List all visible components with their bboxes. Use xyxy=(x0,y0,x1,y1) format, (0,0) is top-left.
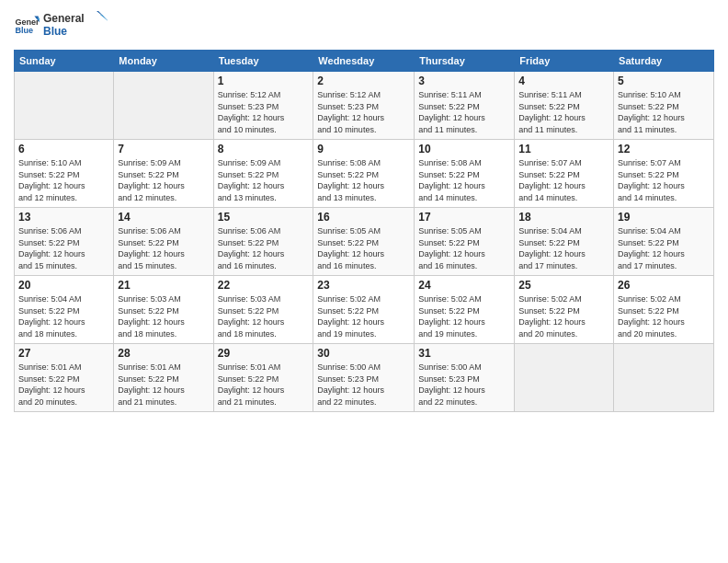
calendar-cell: 4Sunrise: 5:11 AM Sunset: 5:22 PM Daylig… xyxy=(515,72,614,140)
day-number: 12 xyxy=(618,143,710,155)
day-number: 30 xyxy=(317,347,410,360)
calendar-cell: 19Sunrise: 5:04 AM Sunset: 5:22 PM Dayli… xyxy=(614,208,714,276)
cell-info: Sunrise: 5:09 AM Sunset: 5:22 PM Dayligh… xyxy=(118,157,209,203)
svg-text:General: General xyxy=(43,12,85,25)
day-number: 7 xyxy=(118,143,209,155)
day-number: 4 xyxy=(518,75,609,87)
day-number: 10 xyxy=(418,143,510,155)
cell-info: Sunrise: 5:10 AM Sunset: 5:22 PM Dayligh… xyxy=(618,89,710,135)
logo-svg: General Blue xyxy=(43,9,108,42)
cell-info: Sunrise: 5:03 AM Sunset: 5:22 PM Dayligh… xyxy=(118,293,209,339)
cell-info: Sunrise: 5:06 AM Sunset: 5:22 PM Dayligh… xyxy=(18,225,109,271)
day-number: 2 xyxy=(317,75,410,87)
header-day: Sunday xyxy=(15,51,114,72)
logo-icon: General Blue xyxy=(14,13,40,39)
cell-info: Sunrise: 5:11 AM Sunset: 5:22 PM Dayligh… xyxy=(518,89,609,135)
day-number: 17 xyxy=(418,211,510,224)
calendar-cell: 20Sunrise: 5:04 AM Sunset: 5:22 PM Dayli… xyxy=(15,276,114,344)
day-number: 9 xyxy=(317,143,410,155)
calendar-cell: 5Sunrise: 5:10 AM Sunset: 5:22 PM Daylig… xyxy=(614,72,714,140)
cell-info: Sunrise: 5:00 AM Sunset: 5:23 PM Dayligh… xyxy=(418,362,510,408)
calendar-cell xyxy=(15,72,114,140)
calendar-cell: 29Sunrise: 5:01 AM Sunset: 5:22 PM Dayli… xyxy=(213,344,313,412)
cell-info: Sunrise: 5:12 AM Sunset: 5:23 PM Dayligh… xyxy=(317,89,410,135)
header-day: Monday xyxy=(114,51,213,72)
calendar-cell: 8Sunrise: 5:09 AM Sunset: 5:22 PM Daylig… xyxy=(213,140,313,208)
cell-info: Sunrise: 5:07 AM Sunset: 5:22 PM Dayligh… xyxy=(618,157,710,203)
day-number: 5 xyxy=(618,75,710,87)
calendar-cell: 10Sunrise: 5:08 AM Sunset: 5:22 PM Dayli… xyxy=(415,140,515,208)
cell-info: Sunrise: 5:06 AM Sunset: 5:22 PM Dayligh… xyxy=(118,225,209,271)
calendar-cell: 6Sunrise: 5:10 AM Sunset: 5:22 PM Daylig… xyxy=(15,140,114,208)
day-number: 24 xyxy=(418,279,510,292)
cell-info: Sunrise: 5:05 AM Sunset: 5:22 PM Dayligh… xyxy=(418,225,510,271)
day-number: 25 xyxy=(518,279,609,292)
calendar-week: 1Sunrise: 5:12 AM Sunset: 5:23 PM Daylig… xyxy=(15,72,714,140)
day-number: 28 xyxy=(118,347,209,360)
cell-info: Sunrise: 5:04 AM Sunset: 5:22 PM Dayligh… xyxy=(18,293,109,339)
calendar-cell: 26Sunrise: 5:02 AM Sunset: 5:22 PM Dayli… xyxy=(614,276,714,344)
calendar-cell: 22Sunrise: 5:03 AM Sunset: 5:22 PM Dayli… xyxy=(213,276,313,344)
calendar-week: 27Sunrise: 5:01 AM Sunset: 5:22 PM Dayli… xyxy=(15,344,714,412)
calendar-table: SundayMondayTuesdayWednesdayThursdayFrid… xyxy=(14,50,714,412)
day-number: 11 xyxy=(518,143,609,155)
header: General Blue General Blue xyxy=(14,9,714,42)
day-number: 14 xyxy=(118,211,209,224)
day-number: 23 xyxy=(317,279,410,292)
cell-info: Sunrise: 5:10 AM Sunset: 5:22 PM Dayligh… xyxy=(18,157,109,203)
calendar-cell xyxy=(114,72,213,140)
header-day: Friday xyxy=(515,51,614,72)
day-number: 26 xyxy=(618,279,710,292)
day-number: 6 xyxy=(18,143,109,155)
calendar-cell: 11Sunrise: 5:07 AM Sunset: 5:22 PM Dayli… xyxy=(515,140,614,208)
day-number: 27 xyxy=(18,347,109,360)
calendar-cell: 15Sunrise: 5:06 AM Sunset: 5:22 PM Dayli… xyxy=(213,208,313,276)
day-number: 16 xyxy=(317,211,410,224)
calendar-cell: 3Sunrise: 5:11 AM Sunset: 5:22 PM Daylig… xyxy=(415,72,515,140)
header-day: Wednesday xyxy=(313,51,415,72)
calendar-cell xyxy=(515,344,614,412)
calendar-cell: 16Sunrise: 5:05 AM Sunset: 5:22 PM Dayli… xyxy=(313,208,415,276)
cell-info: Sunrise: 5:11 AM Sunset: 5:22 PM Dayligh… xyxy=(418,89,510,135)
cell-info: Sunrise: 5:04 AM Sunset: 5:22 PM Dayligh… xyxy=(618,225,710,271)
cell-info: Sunrise: 5:05 AM Sunset: 5:22 PM Dayligh… xyxy=(317,225,410,271)
calendar-cell: 24Sunrise: 5:02 AM Sunset: 5:22 PM Dayli… xyxy=(415,276,515,344)
cell-info: Sunrise: 5:02 AM Sunset: 5:22 PM Dayligh… xyxy=(618,293,710,339)
cell-info: Sunrise: 5:07 AM Sunset: 5:22 PM Dayligh… xyxy=(518,157,609,203)
calendar-cell: 14Sunrise: 5:06 AM Sunset: 5:22 PM Dayli… xyxy=(114,208,213,276)
day-number: 21 xyxy=(118,279,209,292)
cell-info: Sunrise: 5:01 AM Sunset: 5:22 PM Dayligh… xyxy=(18,362,109,408)
cell-info: Sunrise: 5:06 AM Sunset: 5:22 PM Dayligh… xyxy=(218,225,310,271)
calendar-cell: 27Sunrise: 5:01 AM Sunset: 5:22 PM Dayli… xyxy=(15,344,114,412)
calendar-cell: 12Sunrise: 5:07 AM Sunset: 5:22 PM Dayli… xyxy=(614,140,714,208)
day-number: 29 xyxy=(218,347,310,360)
cell-info: Sunrise: 5:01 AM Sunset: 5:22 PM Dayligh… xyxy=(118,362,209,408)
day-number: 18 xyxy=(518,211,609,224)
cell-info: Sunrise: 5:08 AM Sunset: 5:22 PM Dayligh… xyxy=(317,157,410,203)
svg-text:Blue: Blue xyxy=(15,26,33,35)
calendar-week: 6Sunrise: 5:10 AM Sunset: 5:22 PM Daylig… xyxy=(15,140,714,208)
day-number: 20 xyxy=(18,279,109,292)
calendar-cell: 31Sunrise: 5:00 AM Sunset: 5:23 PM Dayli… xyxy=(415,344,515,412)
cell-info: Sunrise: 5:12 AM Sunset: 5:23 PM Dayligh… xyxy=(218,89,310,135)
day-number: 1 xyxy=(218,75,310,87)
day-number: 8 xyxy=(218,143,310,155)
logo: General Blue General Blue xyxy=(14,9,108,42)
day-number: 3 xyxy=(418,75,510,87)
svg-text:General: General xyxy=(15,17,40,27)
cell-info: Sunrise: 5:02 AM Sunset: 5:22 PM Dayligh… xyxy=(518,293,609,339)
calendar-cell: 28Sunrise: 5:01 AM Sunset: 5:22 PM Dayli… xyxy=(114,344,213,412)
calendar-cell: 2Sunrise: 5:12 AM Sunset: 5:23 PM Daylig… xyxy=(313,72,415,140)
day-number: 19 xyxy=(618,211,710,224)
calendar-week: 20Sunrise: 5:04 AM Sunset: 5:22 PM Dayli… xyxy=(15,276,714,344)
day-number: 22 xyxy=(218,279,310,292)
cell-info: Sunrise: 5:04 AM Sunset: 5:22 PM Dayligh… xyxy=(518,225,609,271)
calendar-cell: 23Sunrise: 5:02 AM Sunset: 5:22 PM Dayli… xyxy=(313,276,415,344)
cell-info: Sunrise: 5:01 AM Sunset: 5:22 PM Dayligh… xyxy=(218,362,310,408)
day-number: 13 xyxy=(18,211,109,224)
cell-info: Sunrise: 5:02 AM Sunset: 5:22 PM Dayligh… xyxy=(418,293,510,339)
calendar-cell: 7Sunrise: 5:09 AM Sunset: 5:22 PM Daylig… xyxy=(114,140,213,208)
calendar-week: 13Sunrise: 5:06 AM Sunset: 5:22 PM Dayli… xyxy=(15,208,714,276)
cell-info: Sunrise: 5:00 AM Sunset: 5:23 PM Dayligh… xyxy=(317,362,410,408)
calendar-cell: 17Sunrise: 5:05 AM Sunset: 5:22 PM Dayli… xyxy=(415,208,515,276)
